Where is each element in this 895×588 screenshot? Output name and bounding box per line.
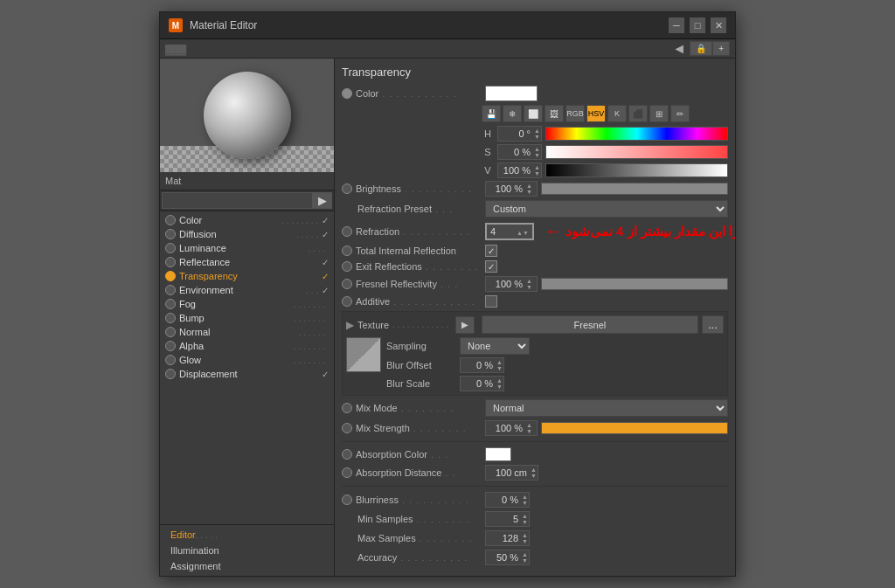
close-button[interactable]: ✕ [711, 17, 726, 33]
brightness-label: Brightness . . . . . . . . . . [342, 183, 482, 194]
max-samples-row: Max Samples . . . . . . . . ▲▼ [342, 530, 728, 546]
channel-dot [165, 313, 176, 323]
rgb-btn[interactable]: RGB [565, 105, 585, 122]
v-input[interactable]: 100 % [498, 164, 533, 176]
channel-dot [165, 341, 176, 351]
brightness-down[interactable]: ▼ [526, 189, 532, 195]
s-down[interactable]: ▼ [534, 152, 540, 158]
channel-reflectance[interactable]: Reflectance ✓ [160, 255, 334, 269]
save-icon-btn[interactable]: 💾 [482, 105, 501, 122]
blurriness-spinbox: ▲▼ [485, 492, 530, 508]
additive-label: Additive . . . . . . . . . . . . [342, 296, 482, 307]
h-down[interactable]: ▼ [534, 134, 540, 140]
blur-offset-input[interactable] [461, 359, 496, 371]
snow-icon-btn[interactable]: ❄ [503, 105, 522, 122]
absorption-color-radio[interactable] [342, 449, 352, 460]
additive-checkbox[interactable] [485, 295, 497, 308]
pen-icon-btn[interactable]: ✏ [670, 105, 690, 122]
mix-mode-select[interactable]: Normal Multiply Screen [485, 399, 728, 417]
h-label: H [482, 128, 494, 139]
min-samples-input[interactable] [486, 513, 521, 525]
brightness-bar [541, 183, 728, 195]
refraction-up[interactable]: ▲ [517, 230, 523, 236]
grid-icon-btn[interactable]: ⊞ [649, 105, 669, 122]
toolbar-add-btn[interactable]: + [712, 41, 730, 56]
color-swatch[interactable] [485, 86, 538, 101]
blurriness-input[interactable] [486, 494, 521, 506]
k-btn[interactable]: K [607, 105, 627, 122]
nav-assignment[interactable]: Assignment [160, 558, 334, 574]
channel-environment[interactable]: Environment . . . ✓ [160, 283, 334, 297]
mix-strength-input[interactable] [486, 422, 525, 434]
v-up[interactable]: ▲ [534, 164, 540, 170]
brightness-input[interactable] [486, 183, 525, 195]
max-samples-input[interactable] [486, 532, 521, 544]
texture-play-btn[interactable]: ▶ [455, 316, 475, 334]
hsv-btn[interactable]: HSV [586, 105, 606, 122]
fresnel-down[interactable]: ▼ [526, 284, 532, 290]
sat-bar [545, 145, 728, 159]
channel-normal[interactable]: Normal . . . . . . [160, 325, 334, 339]
blur-offset-spinbox: ▲▼ [460, 357, 504, 373]
absorption-distance-input[interactable] [486, 467, 530, 479]
channel-glow[interactable]: Glow . . . . . . . [160, 353, 334, 367]
white-icon-btn[interactable]: ⬜ [524, 105, 543, 122]
absorption-color-swatch[interactable] [485, 447, 511, 461]
h-input[interactable]: 0 ° [498, 128, 533, 140]
nav-editor[interactable]: Editor . . . . . [160, 527, 334, 543]
mix-strength-radio[interactable] [342, 423, 352, 433]
s-input[interactable]: 0 % [498, 146, 533, 158]
search-input[interactable] [162, 192, 313, 209]
s-up[interactable]: ▲ [534, 146, 540, 152]
fresnel-up[interactable]: ▲ [526, 278, 532, 284]
absorption-distance-radio[interactable] [342, 467, 352, 478]
mix-mode-radio[interactable] [342, 403, 352, 413]
blur-scale-input[interactable] [461, 377, 496, 390]
h-up[interactable]: ▲ [534, 128, 540, 134]
accuracy-input[interactable] [486, 551, 521, 564]
additive-radio[interactable] [342, 296, 352, 307]
s-label: S [482, 147, 494, 157]
fresnel-button[interactable]: Fresnel [482, 315, 698, 334]
search-button[interactable]: ▶ [313, 192, 332, 209]
nav-illumination[interactable]: Illumination [160, 543, 334, 558]
blur-scale-spinbox: ▲▼ [460, 376, 504, 391]
h-spinbox: 0 ° ▲▼ [497, 126, 542, 142]
tir-radio[interactable] [342, 246, 352, 256]
min-samples-row: Min Samples . . . . . . . . ▲▼ [342, 511, 728, 527]
color-radio[interactable] [342, 88, 352, 99]
refraction-input[interactable] [490, 226, 517, 237]
blurriness-row: Blurriness . . . . . . . . . . ▲▼ [342, 492, 728, 508]
toolbar-lock-btn[interactable]: 🔒 [690, 41, 712, 56]
refraction-label: Refraction . . . . . . . . . . [342, 226, 482, 237]
exit-reflections-label: Exit Reflections . . . . . . . . [342, 261, 482, 272]
channel-luminance[interactable]: Luminance . . . . [160, 241, 334, 255]
fresnel-reflectivity-label: Fresnel Reflectivity . . . [342, 279, 482, 289]
channel-displacement[interactable]: Displacement ✓ [160, 367, 334, 381]
exit-reflections-checkbox[interactable]: ✓ [485, 260, 497, 273]
brightness-up[interactable]: ▲ [526, 183, 532, 189]
maximize-button[interactable]: □ [690, 17, 705, 33]
exit-ref-radio[interactable] [342, 261, 352, 272]
channel-transparency[interactable]: Transparency ✓ [160, 269, 334, 283]
channel-fog[interactable]: Fog . . . . . . . [160, 297, 334, 311]
refraction-preset-select[interactable]: Custom Water Glass [485, 200, 728, 218]
refraction-down[interactable]: ▼ [523, 230, 529, 236]
texture-expand-icon[interactable]: ▶ [346, 319, 354, 331]
minimize-button[interactable]: ─ [669, 17, 684, 33]
tir-checkbox[interactable]: ✓ [485, 245, 497, 257]
channel-alpha[interactable]: Alpha . . . . . . . [160, 339, 334, 353]
image-icon-btn[interactable]: 🖼 [545, 105, 564, 122]
black-icon-btn[interactable]: ⬛ [628, 105, 648, 122]
channel-bump[interactable]: Bump . . . . . . . [160, 311, 334, 325]
fresnel-ref-radio[interactable] [342, 279, 352, 289]
channel-diffusion[interactable]: Diffusion . . . . . ✓ [160, 227, 334, 241]
fresnel-reflectivity-input[interactable] [486, 278, 525, 290]
brightness-radio[interactable] [342, 183, 352, 194]
v-down[interactable]: ▼ [534, 170, 540, 176]
channel-color[interactable]: Color . . . . . . . . ✓ [160, 213, 334, 227]
refraction-radio[interactable] [342, 226, 352, 237]
sampling-select[interactable]: None [460, 337, 530, 355]
more-button[interactable]: ... [702, 315, 724, 334]
blurriness-radio[interactable] [342, 495, 352, 505]
